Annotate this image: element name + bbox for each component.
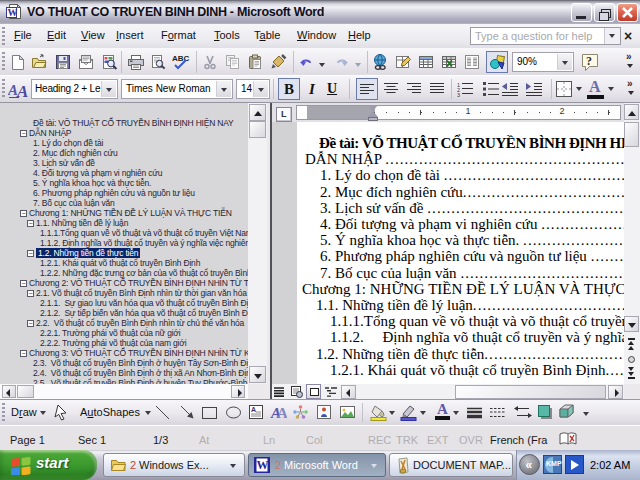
svg-text:3: 3 — [457, 92, 460, 97]
svg-text:W: W — [257, 458, 269, 472]
svg-text:A: A — [251, 406, 256, 413]
svg-text:?: ? — [586, 54, 592, 68]
svg-text:A: A — [16, 82, 28, 99]
svg-text:ABC: ABC — [172, 54, 190, 63]
svg-text:A: A — [277, 405, 287, 420]
svg-text:W: W — [8, 7, 18, 18]
